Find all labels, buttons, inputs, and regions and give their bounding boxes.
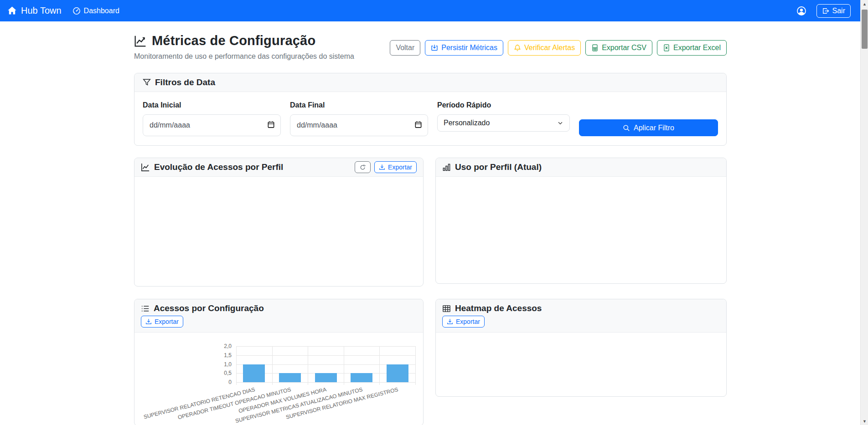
data-inicial-label: Data Inicial bbox=[143, 101, 281, 109]
persistir-label: Persistir Métricas bbox=[441, 44, 497, 52]
uso-card-header: Uso por Perfil (Atual) bbox=[436, 158, 726, 177]
funnel-icon bbox=[143, 78, 151, 87]
evolucao-exportar-label: Exportar bbox=[388, 164, 412, 171]
filters-card: Filtros de Data Data Inicial Data Final bbox=[134, 73, 727, 146]
uso-chart-area bbox=[436, 177, 726, 283]
uso-title: Uso por Perfil (Atual) bbox=[455, 162, 542, 172]
page-actions: Voltar Persistir Métricas bbox=[390, 40, 727, 56]
filters-body: Data Inicial Data Final bbox=[134, 92, 726, 145]
evolucao-title: Evolução de Acessos por Perfil bbox=[154, 162, 283, 172]
bar[interactable] bbox=[279, 373, 301, 382]
acessos-exportar-label: Exportar bbox=[155, 318, 179, 325]
voltar-label: Voltar bbox=[396, 44, 414, 52]
acessos-card-header: Acessos por Configuração Exportar bbox=[134, 299, 423, 333]
logout-button[interactable]: Sair bbox=[816, 4, 851, 18]
evolucao-card-header: Evolução de Acessos por Perfil bbox=[134, 158, 423, 177]
person-circle-icon bbox=[796, 6, 806, 16]
spreadsheet-icon bbox=[591, 44, 599, 51]
refresh-button[interactable] bbox=[355, 161, 371, 173]
aplicar-filtro-button[interactable]: Aplicar Filtro bbox=[579, 119, 718, 136]
heatmap-card-header: Heatmap de Acessos Exportar bbox=[436, 299, 726, 333]
evolucao-card: Evolução de Acessos por Perfil bbox=[134, 158, 424, 287]
x-gridline bbox=[415, 346, 416, 385]
brand[interactable]: Hub Town bbox=[7, 5, 62, 16]
heatmap-card: Heatmap de Acessos Exportar bbox=[435, 299, 727, 397]
exportar-excel-button[interactable]: Exportar Excel bbox=[657, 40, 727, 56]
file-excel-icon bbox=[663, 44, 670, 51]
heatmap-chart-area bbox=[436, 333, 726, 396]
y-axis-tick-label: 2,0 bbox=[134, 343, 232, 349]
x-gridline bbox=[344, 346, 344, 385]
logout-label: Sair bbox=[832, 7, 845, 15]
y-gridline bbox=[236, 382, 415, 383]
title-block: Métricas de Configuração Monitoramento d… bbox=[134, 33, 354, 61]
field-periodo-rapido: Período Rápido Personalizado bbox=[437, 101, 570, 136]
scroll-up-arrow[interactable]: ▲ bbox=[861, 0, 868, 8]
y-axis-tick-label: 1,5 bbox=[134, 352, 232, 358]
nav-dashboard-label: Dashboard bbox=[84, 7, 119, 15]
page-title: Métricas de Configuração bbox=[152, 33, 315, 48]
house-icon bbox=[7, 6, 17, 15]
charts-row-1: Evolução de Acessos por Perfil bbox=[134, 158, 727, 287]
bar[interactable] bbox=[387, 364, 408, 383]
aplicar-filtro-label: Aplicar Filtro bbox=[634, 124, 674, 132]
voltar-button[interactable]: Voltar bbox=[390, 40, 420, 56]
box-arrow-right-icon bbox=[822, 7, 829, 15]
verificar-label: Verificar Alertas bbox=[524, 44, 575, 52]
bar[interactable] bbox=[351, 373, 372, 382]
calendar-icon[interactable] bbox=[267, 121, 275, 128]
exportar-csv-button[interactable]: Exportar CSV bbox=[585, 40, 652, 56]
y-axis-tick-label: 1,0 bbox=[134, 361, 232, 368]
arrow-clockwise-icon bbox=[359, 164, 366, 171]
speedometer-icon bbox=[72, 7, 81, 15]
x-gridline bbox=[236, 346, 237, 385]
bar[interactable] bbox=[243, 364, 265, 383]
heatmap-exportar-button[interactable]: Exportar bbox=[442, 316, 485, 328]
nav-item-dashboard[interactable]: Dashboard bbox=[72, 7, 119, 15]
heatmap-exportar-label: Exportar bbox=[456, 318, 480, 325]
navbar: Hub Town Dashboard Sair bbox=[0, 0, 868, 21]
download-icon bbox=[447, 318, 453, 325]
list-icon bbox=[141, 304, 150, 313]
evolucao-chart-area bbox=[134, 177, 423, 286]
acessos-title: Acessos por Configuração bbox=[154, 303, 264, 313]
window-scrollbar[interactable]: ▲ ▼ bbox=[860, 0, 868, 425]
acessos-chart-area: 2,01,51,00,50SUPERVISOR RELATORIO RETENC… bbox=[134, 333, 423, 425]
y-gridline bbox=[236, 346, 415, 347]
y-axis-tick-label: 0 bbox=[134, 379, 232, 385]
acessos-exportar-button[interactable]: Exportar bbox=[141, 316, 183, 328]
periodo-rapido-select[interactable]: Personalizado bbox=[437, 114, 570, 132]
acessos-card: Acessos por Configuração Exportar 2,01,5… bbox=[134, 299, 424, 425]
bell-icon bbox=[514, 44, 521, 51]
chevron-down-icon bbox=[557, 120, 563, 126]
x-gridline bbox=[308, 346, 308, 385]
filters-card-header: Filtros de Data bbox=[134, 73, 726, 92]
download-icon bbox=[145, 318, 152, 325]
page-subtitle: Monitoramento de uso e performance das c… bbox=[134, 52, 354, 61]
user-menu[interactable] bbox=[796, 6, 806, 16]
uso-card: Uso por Perfil (Atual) bbox=[435, 158, 727, 284]
bar[interactable] bbox=[315, 373, 337, 382]
graph-up-icon bbox=[141, 163, 150, 172]
data-final-input[interactable] bbox=[290, 114, 428, 136]
grid-icon bbox=[442, 304, 451, 313]
exportar-csv-label: Exportar CSV bbox=[602, 44, 646, 52]
x-gridline bbox=[272, 346, 273, 385]
verificar-alertas-button[interactable]: Verificar Alertas bbox=[508, 40, 581, 56]
evolucao-exportar-button[interactable]: Exportar bbox=[374, 161, 417, 173]
bar-chart-canvas: 2,01,51,00,50SUPERVISOR RELATORIO RETENC… bbox=[134, 333, 423, 425]
download-icon bbox=[379, 164, 385, 170]
scrollbar-thumb[interactable] bbox=[862, 10, 868, 49]
periodo-selected-value: Personalizado bbox=[444, 119, 490, 127]
page-header: Métricas de Configuração Monitoramento d… bbox=[134, 33, 727, 61]
calendar-icon[interactable] bbox=[414, 121, 422, 128]
field-data-final: Data Final bbox=[290, 101, 428, 136]
main-content: Métricas de Configuração Monitoramento d… bbox=[134, 33, 727, 425]
filters-title: Filtros de Data bbox=[155, 77, 215, 87]
charts-row-2: Acessos por Configuração Exportar 2,01,5… bbox=[134, 299, 727, 425]
scroll-down-arrow[interactable]: ▼ bbox=[861, 417, 868, 425]
data-inicial-input[interactable] bbox=[143, 114, 281, 136]
persistir-metricas-button[interactable]: Persistir Métricas bbox=[425, 40, 503, 56]
field-data-inicial: Data Inicial bbox=[143, 101, 281, 136]
exportar-excel-label: Exportar Excel bbox=[673, 44, 721, 52]
